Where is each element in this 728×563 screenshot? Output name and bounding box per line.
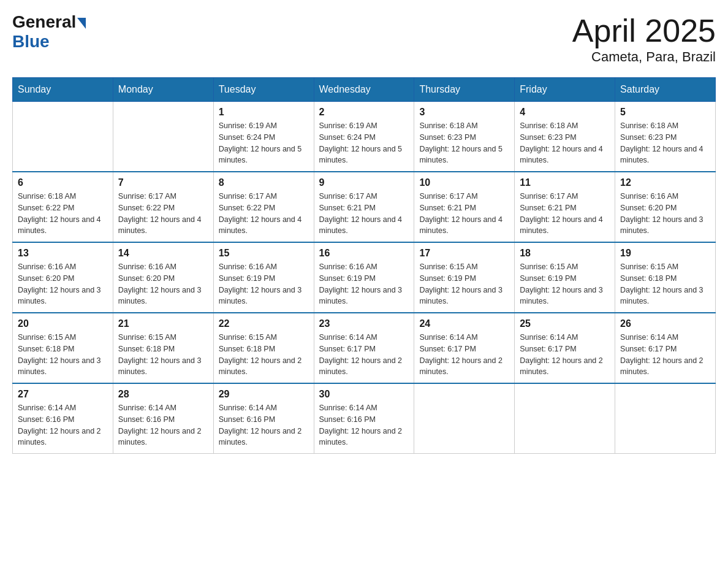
calendar-day-cell: 23Sunrise: 6:14 AMSunset: 6:17 PMDayligh… [314, 313, 414, 383]
calendar-week-row: 1Sunrise: 6:19 AMSunset: 6:24 PMDaylight… [13, 102, 716, 172]
calendar-day-cell [13, 102, 113, 172]
calendar-day-cell: 24Sunrise: 6:14 AMSunset: 6:17 PMDayligh… [414, 313, 515, 383]
day-number: 27 [18, 389, 108, 400]
calendar-day-cell: 1Sunrise: 6:19 AMSunset: 6:24 PMDaylight… [213, 102, 314, 172]
day-info: Sunrise: 6:14 AMSunset: 6:16 PMDaylight:… [219, 402, 309, 448]
day-info: Sunrise: 6:15 AMSunset: 6:18 PMDaylight:… [219, 332, 309, 378]
day-number: 10 [419, 177, 509, 188]
calendar-day-cell: 16Sunrise: 6:16 AMSunset: 6:19 PMDayligh… [314, 242, 414, 313]
day-number: 16 [319, 248, 409, 259]
calendar-week-row: 20Sunrise: 6:15 AMSunset: 6:18 PMDayligh… [13, 313, 716, 383]
calendar-day-cell: 8Sunrise: 6:17 AMSunset: 6:22 PMDaylight… [213, 172, 314, 242]
day-number: 18 [520, 248, 610, 259]
day-info: Sunrise: 6:15 AMSunset: 6:18 PMDaylight:… [18, 332, 108, 378]
day-number: 24 [419, 318, 509, 329]
day-info: Sunrise: 6:14 AMSunset: 6:17 PMDaylight:… [620, 332, 710, 378]
day-info: Sunrise: 6:15 AMSunset: 6:19 PMDaylight:… [419, 261, 509, 307]
calendar-day-cell: 2Sunrise: 6:19 AMSunset: 6:24 PMDaylight… [314, 102, 414, 172]
calendar-day-cell: 26Sunrise: 6:14 AMSunset: 6:17 PMDayligh… [615, 313, 716, 383]
day-info: Sunrise: 6:14 AMSunset: 6:16 PMDaylight:… [118, 402, 208, 448]
calendar-day-cell [414, 383, 515, 454]
day-number: 29 [219, 389, 309, 400]
day-number: 13 [18, 248, 108, 259]
day-number: 30 [319, 389, 409, 400]
day-of-week-header: Wednesday [314, 78, 414, 102]
calendar-day-cell [615, 383, 716, 454]
calendar-day-cell: 3Sunrise: 6:18 AMSunset: 6:23 PMDaylight… [414, 102, 515, 172]
day-number: 19 [620, 248, 710, 259]
calendar-day-cell: 6Sunrise: 6:18 AMSunset: 6:22 PMDaylight… [13, 172, 113, 242]
calendar-day-cell: 7Sunrise: 6:17 AMSunset: 6:22 PMDaylight… [113, 172, 213, 242]
day-info: Sunrise: 6:17 AMSunset: 6:21 PMDaylight:… [319, 191, 409, 237]
calendar-day-cell: 10Sunrise: 6:17 AMSunset: 6:21 PMDayligh… [414, 172, 515, 242]
day-number: 1 [219, 107, 309, 118]
day-number: 11 [520, 177, 610, 188]
logo: General Blue [12, 12, 86, 52]
day-number: 6 [18, 177, 108, 188]
calendar-day-cell: 21Sunrise: 6:15 AMSunset: 6:18 PMDayligh… [113, 313, 213, 383]
day-number: 28 [118, 389, 208, 400]
subtitle: Cameta, Para, Brazil [572, 49, 716, 65]
day-info: Sunrise: 6:15 AMSunset: 6:18 PMDaylight:… [118, 332, 208, 378]
calendar-week-row: 6Sunrise: 6:18 AMSunset: 6:22 PMDaylight… [13, 172, 716, 242]
day-info: Sunrise: 6:17 AMSunset: 6:22 PMDaylight:… [118, 191, 208, 237]
calendar-day-cell: 5Sunrise: 6:18 AMSunset: 6:23 PMDaylight… [615, 102, 716, 172]
day-of-week-header: Monday [113, 78, 213, 102]
calendar-day-cell: 27Sunrise: 6:14 AMSunset: 6:16 PMDayligh… [13, 383, 113, 454]
title-area: April 2025 Cameta, Para, Brazil [572, 12, 716, 65]
day-info: Sunrise: 6:18 AMSunset: 6:22 PMDaylight:… [18, 191, 108, 237]
day-info: Sunrise: 6:14 AMSunset: 6:16 PMDaylight:… [18, 402, 108, 448]
day-info: Sunrise: 6:16 AMSunset: 6:19 PMDaylight:… [319, 261, 409, 307]
day-number: 25 [520, 318, 610, 329]
calendar-week-row: 13Sunrise: 6:16 AMSunset: 6:20 PMDayligh… [13, 242, 716, 313]
calendar-day-cell: 11Sunrise: 6:17 AMSunset: 6:21 PMDayligh… [515, 172, 615, 242]
day-number: 22 [219, 318, 309, 329]
day-info: Sunrise: 6:15 AMSunset: 6:18 PMDaylight:… [620, 261, 710, 307]
calendar-day-cell: 28Sunrise: 6:14 AMSunset: 6:16 PMDayligh… [113, 383, 213, 454]
day-info: Sunrise: 6:17 AMSunset: 6:22 PMDaylight:… [219, 191, 309, 237]
calendar-day-cell: 19Sunrise: 6:15 AMSunset: 6:18 PMDayligh… [615, 242, 716, 313]
logo-blue-text: Blue [12, 32, 50, 52]
day-info: Sunrise: 6:14 AMSunset: 6:16 PMDaylight:… [319, 402, 409, 448]
calendar-day-cell: 4Sunrise: 6:18 AMSunset: 6:23 PMDaylight… [515, 102, 615, 172]
day-number: 5 [620, 107, 710, 118]
day-info: Sunrise: 6:15 AMSunset: 6:19 PMDaylight:… [520, 261, 610, 307]
calendar-day-cell: 25Sunrise: 6:14 AMSunset: 6:17 PMDayligh… [515, 313, 615, 383]
day-number: 8 [219, 177, 309, 188]
day-number: 23 [319, 318, 409, 329]
day-info: Sunrise: 6:16 AMSunset: 6:20 PMDaylight:… [18, 261, 108, 307]
calendar-day-cell [113, 102, 213, 172]
logo-general-text: General [12, 12, 76, 32]
day-info: Sunrise: 6:14 AMSunset: 6:17 PMDaylight:… [520, 332, 610, 378]
day-number: 4 [520, 107, 610, 118]
day-number: 15 [219, 248, 309, 259]
day-of-week-header: Thursday [414, 78, 515, 102]
logo-arrow-icon [77, 18, 86, 29]
calendar-day-cell: 9Sunrise: 6:17 AMSunset: 6:21 PMDaylight… [314, 172, 414, 242]
day-of-week-header: Friday [515, 78, 615, 102]
day-number: 2 [319, 107, 409, 118]
day-of-week-header: Sunday [13, 78, 113, 102]
calendar-day-cell: 30Sunrise: 6:14 AMSunset: 6:16 PMDayligh… [314, 383, 414, 454]
day-info: Sunrise: 6:19 AMSunset: 6:24 PMDaylight:… [219, 120, 309, 166]
day-number: 9 [319, 177, 409, 188]
day-info: Sunrise: 6:17 AMSunset: 6:21 PMDaylight:… [419, 191, 509, 237]
day-number: 21 [118, 318, 208, 329]
day-info: Sunrise: 6:16 AMSunset: 6:20 PMDaylight:… [620, 191, 710, 237]
main-title: April 2025 [572, 12, 716, 49]
day-info: Sunrise: 6:18 AMSunset: 6:23 PMDaylight:… [419, 120, 509, 166]
calendar-day-cell: 12Sunrise: 6:16 AMSunset: 6:20 PMDayligh… [615, 172, 716, 242]
calendar-day-cell: 29Sunrise: 6:14 AMSunset: 6:16 PMDayligh… [213, 383, 314, 454]
day-info: Sunrise: 6:17 AMSunset: 6:21 PMDaylight:… [520, 191, 610, 237]
calendar-day-cell [515, 383, 615, 454]
day-info: Sunrise: 6:18 AMSunset: 6:23 PMDaylight:… [520, 120, 610, 166]
day-number: 14 [118, 248, 208, 259]
day-info: Sunrise: 6:16 AMSunset: 6:20 PMDaylight:… [118, 261, 208, 307]
day-number: 20 [18, 318, 108, 329]
calendar-week-row: 27Sunrise: 6:14 AMSunset: 6:16 PMDayligh… [13, 383, 716, 454]
calendar-day-cell: 15Sunrise: 6:16 AMSunset: 6:19 PMDayligh… [213, 242, 314, 313]
day-info: Sunrise: 6:14 AMSunset: 6:17 PMDaylight:… [319, 332, 409, 378]
day-number: 12 [620, 177, 710, 188]
day-of-week-header: Tuesday [213, 78, 314, 102]
calendar-day-cell: 20Sunrise: 6:15 AMSunset: 6:18 PMDayligh… [13, 313, 113, 383]
